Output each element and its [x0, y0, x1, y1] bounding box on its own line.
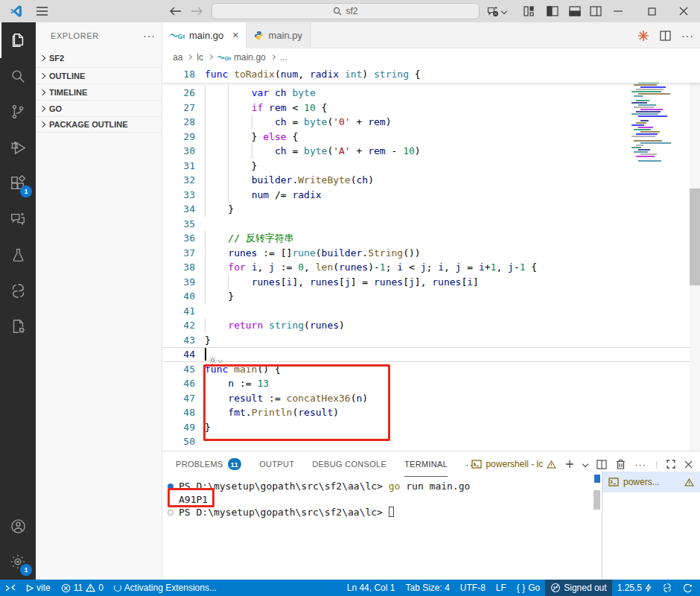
run-debug-activity-icon[interactable]: [0, 130, 36, 165]
terminal-more-icon[interactable]: ···: [634, 459, 646, 470]
remote-indicator[interactable]: [0, 580, 21, 596]
copilot-chat-icon[interactable]: [486, 0, 508, 22]
code-line[interactable]: 32 builder.WriteByte(ch): [162, 173, 700, 188]
line-number[interactable]: 29: [162, 131, 195, 142]
code-line[interactable]: 38 for i, j := 0, len(runes)-1; i < j; i…: [162, 260, 700, 275]
line-number[interactable]: 33: [162, 189, 195, 200]
tab-main-py[interactable]: main.py: [246, 22, 311, 48]
line-number[interactable]: 39: [162, 276, 195, 288]
line-number[interactable]: 38: [162, 261, 195, 273]
line-number[interactable]: 30: [162, 145, 195, 156]
line-number[interactable]: 37: [162, 247, 195, 259]
extension-action-icon[interactable]: [637, 30, 649, 42]
minimize-button[interactable]: [607, 0, 629, 22]
terminal-line[interactable]: PS D:\mysetup\gopath\src\sf2\aa\lc> go r…: [162, 480, 602, 493]
file-settings-activity-icon[interactable]: [0, 308, 36, 344]
line-number[interactable]: 35: [162, 218, 195, 229]
line-number[interactable]: 26: [162, 87, 195, 98]
activating-extensions[interactable]: Activating Extensions...: [109, 580, 222, 596]
problems-counts[interactable]: 11 0: [56, 580, 109, 596]
terminal-line[interactable]: A91P1: [162, 493, 602, 507]
breadcrumb[interactable]: aa lc GO main.go ...: [162, 48, 700, 66]
terminal-profile[interactable]: powershell - lc: [471, 459, 556, 469]
vite-task[interactable]: vite: [21, 580, 56, 596]
search-activity-icon[interactable]: [0, 58, 36, 94]
go-version[interactable]: 1.25.5: [612, 580, 657, 596]
maximize-panel-icon[interactable]: [666, 460, 675, 469]
sidebar-item-package-outline[interactable]: PACKAGE OUTLINE: [36, 116, 162, 133]
terminal-line[interactable]: PS D:\mysetup\gopath\src\sf2\aa\lc>: [162, 506, 602, 519]
breadcrumb-item[interactable]: ...: [280, 52, 287, 63]
line-number[interactable]: 43: [162, 335, 195, 346]
encoding[interactable]: UTF-8: [455, 580, 491, 596]
breadcrumb-item[interactable]: aa: [173, 52, 182, 63]
code-line[interactable]: 40 }: [162, 289, 700, 304]
breadcrumb-item[interactable]: main.go: [234, 52, 266, 63]
code-line[interactable]: 33 num /= radix: [162, 188, 700, 203]
line-number[interactable]: 36: [162, 232, 195, 244]
command-decoration-icon[interactable]: [168, 510, 174, 516]
terminal-dropdown-icon[interactable]: [582, 461, 588, 467]
terminal-tab-item[interactable]: powers...: [602, 472, 700, 492]
line-number[interactable]: 42: [162, 320, 195, 331]
code-line[interactable]: 29 } else {: [162, 130, 700, 145]
split-editor-icon[interactable]: [660, 31, 671, 41]
line-number[interactable]: 41: [162, 305, 195, 317]
maximize-button[interactable]: [640, 0, 663, 22]
settings-gear-icon[interactable]: 1: [0, 544, 36, 580]
line-number[interactable]: 45: [162, 364, 195, 375]
command-center-search[interactable]: sf2: [211, 3, 480, 19]
tab-problems[interactable]: PROBLEMS11: [176, 451, 241, 477]
minimap[interactable]: [631, 69, 676, 165]
line-number[interactable]: 40: [162, 291, 195, 302]
editor-scrollbar[interactable]: [690, 66, 700, 451]
line-number[interactable]: 34: [162, 203, 195, 215]
sidebar-item-outline[interactable]: OUTLINE: [36, 67, 162, 83]
code-line[interactable]: 43}: [162, 333, 700, 348]
code-line[interactable]: 37 runes := []rune(builder.String()): [162, 246, 700, 261]
line-number[interactable]: 49: [162, 422, 195, 433]
line-number[interactable]: 50: [162, 436, 195, 447]
go-tools-activity-icon[interactable]: [0, 273, 36, 308]
close-window-button[interactable]: [672, 0, 695, 22]
kill-terminal-trash-icon[interactable]: [616, 459, 626, 469]
editor-scrollbar-thumb[interactable]: [690, 188, 700, 285]
line-number[interactable]: 27: [162, 102, 195, 113]
tab-main-go[interactable]: GO main.go ×: [162, 22, 246, 48]
notifications-icon[interactable]: [678, 580, 700, 596]
sidebar-item-sf2[interactable]: SF2: [36, 49, 162, 67]
chat-activity-icon[interactable]: [0, 201, 36, 237]
source-control-activity-icon[interactable]: [0, 94, 36, 130]
code-line[interactable]: 27 if rem < 10 {: [162, 101, 700, 115]
code-line[interactable]: 36 // 反转字符串: [162, 231, 700, 246]
menu-hamburger-icon[interactable]: [31, 0, 52, 22]
layout-grid-icon[interactable]: [520, 0, 538, 22]
code-line[interactable]: 39 runes[i], runes[j] = runes[j], runes[…: [162, 275, 700, 290]
sidebar-item-timeline[interactable]: TIMELINE: [36, 83, 162, 100]
forward-arrow-icon[interactable]: [188, 0, 206, 22]
close-tab-icon[interactable]: ×: [232, 29, 238, 41]
toggle-sidebar-icon[interactable]: [544, 0, 561, 22]
extensions-activity-icon[interactable]: 1: [0, 165, 36, 201]
code-line[interactable]: 41: [162, 304, 700, 319]
code-line[interactable]: 26 var ch byte: [162, 86, 700, 101]
eol-sequence[interactable]: LF: [491, 580, 512, 596]
terminal-output[interactable]: PS D:\mysetup\gopath\src\sf2\aa\lc> go r…: [162, 477, 602, 580]
code-action-gear-icon[interactable]: [209, 356, 222, 364]
line-number[interactable]: 28: [162, 116, 195, 127]
breadcrumb-item[interactable]: lc: [197, 52, 203, 63]
code-line[interactable]: 28 ch = byte('0' + rem): [162, 115, 700, 130]
testing-activity-icon[interactable]: [0, 237, 36, 273]
sticky-scroll-line[interactable]: 18 func toRadix(num, radix int) string {: [162, 66, 700, 83]
new-terminal-icon[interactable]: [565, 460, 574, 469]
terminal-scrollbar-thumb[interactable]: [594, 490, 600, 510]
code-line[interactable]: 34 }: [162, 202, 700, 217]
line-number[interactable]: 46: [162, 378, 195, 389]
copilot-signed-out[interactable]: Signed out: [545, 580, 611, 596]
back-arrow-icon[interactable]: [167, 0, 185, 22]
close-panel-icon[interactable]: [684, 460, 693, 469]
toggle-secondary-sidebar-icon[interactable]: [587, 0, 605, 22]
code-line[interactable]: 44: [162, 347, 700, 362]
line-number[interactable]: 44: [162, 349, 195, 360]
language-mode[interactable]: { }Go: [512, 580, 545, 596]
